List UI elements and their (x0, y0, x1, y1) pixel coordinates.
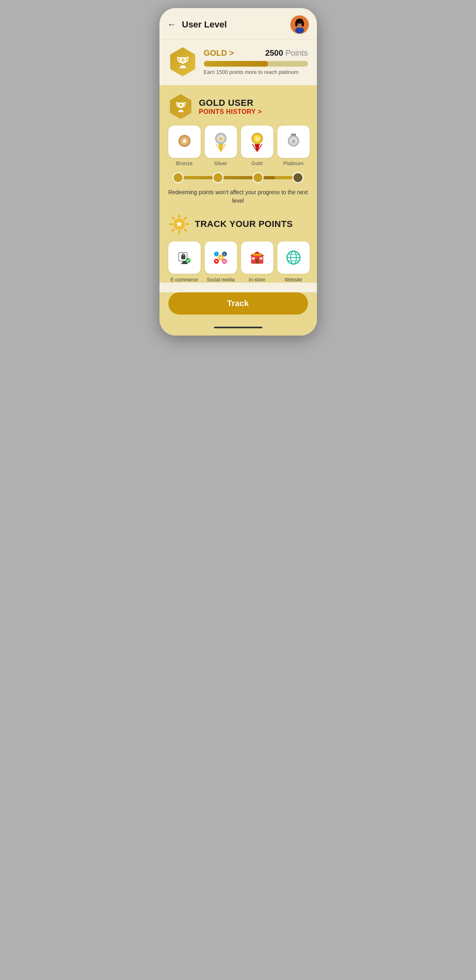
svg-rect-60 (260, 257, 262, 260)
category-instore[interactable]: In-store (241, 241, 273, 283)
svg-line-36 (172, 229, 174, 231)
svg-rect-8 (181, 65, 185, 67)
track-header: TRACK YOUR POINTS (168, 213, 308, 235)
header-left: ← User Level (168, 19, 227, 30)
gold-badge-medium (168, 94, 193, 119)
svg-line-33 (172, 217, 174, 219)
avatar[interactable] (290, 15, 309, 34)
points-history-link[interactable]: POINTS HISTORY > (199, 108, 308, 115)
instore-icon (248, 248, 266, 267)
badge-box-silver[interactable] (205, 126, 237, 158)
svg-text:1: 1 (256, 137, 258, 141)
bronze-badge-icon (175, 132, 194, 151)
user-level-text: GOLD USER POINTS HISTORY > (199, 98, 308, 115)
progress-bar-bg (204, 61, 308, 67)
category-box-instore[interactable] (241, 241, 273, 274)
top-card-row: GOLD > 2500 Points Earn 1500 points more… (168, 47, 308, 76)
svg-rect-40 (181, 263, 188, 264)
top-card: GOLD > 2500 Points Earn 1500 points more… (159, 40, 317, 85)
home-indicator (214, 327, 262, 328)
category-ecommerce[interactable]: E-commerce (168, 241, 201, 283)
svg-rect-59 (252, 257, 255, 260)
svg-point-6 (298, 23, 298, 24)
level-label[interactable]: GOLD > (204, 48, 234, 58)
progress-bar-fill (204, 61, 268, 67)
silver-badge-icon (211, 131, 231, 152)
category-label-ecommerce: E-commerce (170, 277, 198, 283)
track-dots (171, 172, 306, 183)
user-level-row: GOLD USER POINTS HISTORY > (168, 94, 308, 119)
track-your-points-title: TRACK YOUR POINTS (195, 219, 293, 229)
platinum-badge-icon (284, 131, 303, 152)
category-box-ecommerce[interactable] (168, 241, 201, 274)
track-dot-3 (252, 172, 264, 183)
track-dot-1 (172, 172, 184, 183)
social-media-icon: 🐦 f (212, 248, 230, 267)
category-social[interactable]: 🐦 f (205, 241, 237, 283)
avatar-image (291, 16, 308, 34)
top-card-info: GOLD > 2500 Points Earn 1500 points more… (204, 48, 308, 75)
track-dot-4 (292, 172, 304, 183)
svg-text:🐦: 🐦 (215, 252, 219, 256)
bottom-bar (159, 323, 317, 336)
back-button[interactable]: ← (168, 19, 176, 30)
svg-rect-12 (179, 110, 182, 111)
badge-item-bronze[interactable]: Bronze (168, 126, 201, 166)
svg-point-5 (302, 21, 304, 27)
svg-point-7 (300, 23, 301, 24)
category-label-website: Website (285, 277, 302, 283)
sun-icon (168, 213, 190, 235)
badge-label-silver: Silver (214, 160, 227, 166)
badge-label-platinum: Platinum (283, 160, 304, 166)
badge-box-platinum[interactable] (277, 126, 310, 158)
category-website[interactable]: Website (277, 241, 310, 283)
category-label-instore: In-store (249, 277, 265, 283)
track-section: TRACK YOUR POINTS (168, 213, 308, 283)
main-section: GOLD USER POINTS HISTORY > Bronze (159, 85, 317, 283)
progress-track (171, 170, 306, 185)
phone-container: ← User Level (159, 8, 317, 336)
svg-point-14 (179, 104, 182, 107)
website-icon (284, 248, 303, 267)
gold-badge-large (168, 47, 197, 76)
category-box-website[interactable] (277, 241, 310, 274)
svg-rect-39 (182, 261, 187, 263)
ecommerce-icon (175, 248, 194, 267)
category-label-social: Social media (207, 277, 235, 283)
badge-item-platinum[interactable]: Platinum (277, 126, 310, 166)
badges-row: Bronze Silver (168, 126, 308, 166)
svg-line-35 (184, 217, 186, 219)
category-box-social[interactable]: 🐦 f (205, 241, 237, 274)
gold-label-row: GOLD > 2500 Points (204, 48, 308, 58)
svg-line-34 (184, 229, 186, 231)
svg-point-1 (295, 27, 304, 34)
badge-label-gold: Gold (252, 160, 262, 166)
earn-message: Earn 1500 points more to reach platinum (204, 69, 308, 75)
badge-box-bronze[interactable] (168, 126, 201, 158)
svg-point-4 (295, 21, 298, 27)
gold-user-title: GOLD USER (199, 98, 308, 108)
svg-text:f: f (224, 253, 225, 256)
svg-rect-61 (253, 254, 262, 256)
redeem-note: Redeeming points won't affect your progr… (168, 188, 308, 205)
svg-rect-13 (178, 111, 184, 112)
badge-box-gold[interactable]: 1 (241, 126, 273, 158)
svg-rect-58 (256, 259, 259, 264)
header: ← User Level (159, 8, 317, 40)
svg-rect-43 (181, 255, 185, 259)
track-button[interactable]: Track (168, 292, 308, 315)
track-button-container: Track (159, 292, 317, 323)
svg-rect-9 (180, 67, 186, 68)
trophy-icon-medium (174, 100, 187, 113)
category-row: E-commerce 🐦 f (168, 241, 308, 283)
badge-item-silver[interactable]: Silver (205, 126, 237, 166)
badge-item-gold[interactable]: 1 Gold (241, 126, 273, 166)
track-dot-2 (212, 172, 224, 183)
gold-badge-icon: 1 (247, 131, 267, 152)
points-display: 2500 Points (265, 48, 308, 58)
badge-label-bronze: Bronze (176, 160, 193, 166)
page-title: User Level (182, 19, 227, 30)
trophy-icon-large (175, 54, 191, 69)
